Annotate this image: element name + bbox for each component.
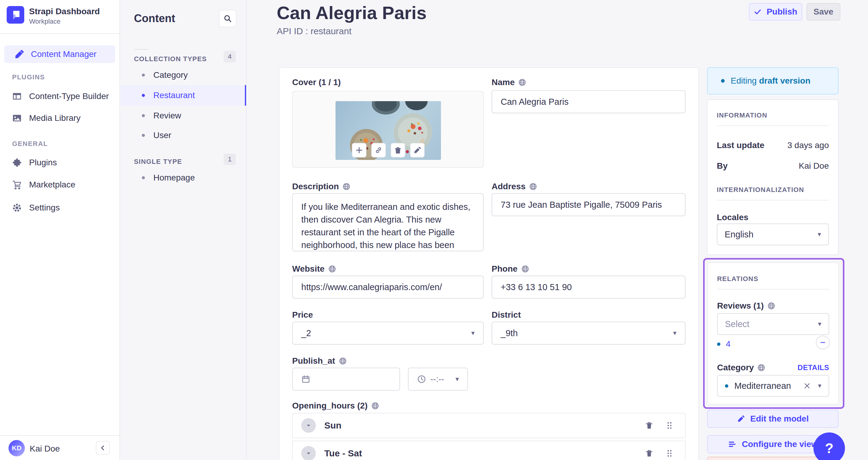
content-type-builder-icon xyxy=(12,92,22,101)
subnav-item-review[interactable]: Review xyxy=(121,106,246,125)
category-select[interactable]: Mediterranean ▾ xyxy=(717,375,829,397)
by-label: By xyxy=(717,161,728,171)
edit-asset-button[interactable] xyxy=(410,143,425,158)
bullet-icon xyxy=(142,134,145,137)
subnav-item-label: User xyxy=(153,131,171,140)
sidebar-item-marketplace[interactable]: Marketplace xyxy=(0,176,119,194)
bullet-icon xyxy=(142,74,145,77)
collection-types-count: 4 xyxy=(224,51,236,62)
pencil-icon xyxy=(413,146,421,154)
globe-icon xyxy=(521,265,529,273)
calendar-icon xyxy=(301,374,310,384)
trash-icon[interactable] xyxy=(645,421,653,430)
subnav-item-label: Homepage xyxy=(153,173,195,183)
sidebar-item-label: Plugins xyxy=(29,158,57,167)
publish-at-time-picker[interactable]: --:-- ▾ xyxy=(408,368,468,391)
workspace-label: Workplace xyxy=(29,18,61,26)
district-label: District xyxy=(492,310,521,320)
puzzle-icon xyxy=(12,158,22,167)
price-select[interactable]: _2▾ xyxy=(292,322,484,344)
opening-hours-label: Opening_hours (2) xyxy=(292,401,379,410)
content-manager-icon xyxy=(14,50,24,59)
collapse-sidebar-button[interactable] xyxy=(96,441,110,455)
user-name: Kai Doe xyxy=(30,444,60,454)
link-icon xyxy=(375,146,382,154)
publish-button[interactable]: Publish xyxy=(749,3,802,21)
reviews-select[interactable]: Select ▾ xyxy=(717,313,829,335)
accordion-title: Tue - Sat xyxy=(324,448,362,459)
name-field[interactable] xyxy=(492,90,686,113)
divider xyxy=(717,289,829,290)
relations-heading: RELATIONS xyxy=(717,275,758,283)
locales-label: Locales xyxy=(717,212,748,222)
bullet-icon xyxy=(142,114,145,117)
add-asset-button[interactable] xyxy=(352,143,366,158)
collection-types-heading: COLLECTION TYPES xyxy=(134,55,207,63)
page-title: Can Alegria Paris xyxy=(277,2,427,23)
drag-handle-icon[interactable] xyxy=(665,421,674,430)
sidebar-item-content-type-builder[interactable]: Content-Type Builder xyxy=(0,88,119,105)
globe-icon xyxy=(767,302,775,310)
media-library-icon xyxy=(12,113,22,123)
relations-highlight-outline: RELATIONS Reviews (1) Select ▾ 4 Categor… xyxy=(703,258,844,409)
subnav-item-label: Review xyxy=(153,111,181,121)
help-button[interactable]: ? xyxy=(813,432,845,460)
subnav-item-homepage[interactable]: Homepage xyxy=(121,168,246,188)
locale-select[interactable]: English ▾ xyxy=(717,224,829,245)
category-label: Category xyxy=(717,363,765,372)
drag-handle-icon[interactable] xyxy=(665,449,674,458)
publish-at-date-picker[interactable] xyxy=(292,368,400,391)
status-dot-icon xyxy=(717,342,720,346)
district-select[interactable]: _9th▾ xyxy=(492,322,686,344)
clear-icon[interactable] xyxy=(803,382,811,389)
delete-asset-button[interactable] xyxy=(391,143,405,158)
website-field[interactable] xyxy=(292,275,484,299)
search-button[interactable] xyxy=(219,10,237,27)
opening-hours-item-sun[interactable]: Sun xyxy=(292,413,686,438)
check-icon xyxy=(754,8,762,16)
publish-at-label: Publish_at xyxy=(292,356,347,366)
address-field[interactable] xyxy=(492,193,686,216)
strapi-dashboard: Strapi Dashboard Workplace Content Manag… xyxy=(0,0,868,460)
sidebar-item-content-manager[interactable]: Content Manager xyxy=(4,45,115,63)
phone-label: Phone xyxy=(492,264,529,274)
accordion-toggle-button[interactable] xyxy=(301,418,316,433)
edit-model-button[interactable]: Edit the model xyxy=(707,410,839,428)
subnav-item-user[interactable]: User xyxy=(121,126,246,145)
globe-icon xyxy=(342,183,350,191)
details-link[interactable]: DETAILS xyxy=(798,363,829,372)
single-type-heading: SINGLE TYPE xyxy=(134,158,182,166)
cover-dropzone[interactable] xyxy=(292,91,484,168)
save-button[interactable]: Save xyxy=(806,3,840,21)
by-value: Kai Doe xyxy=(799,161,829,171)
opening-hours-item-tue-sat[interactable]: Tue - Sat xyxy=(292,440,686,460)
sidebar-item-label: Content-Type Builder xyxy=(29,92,109,101)
draft-status-banner: Editing draft version xyxy=(707,67,839,95)
trash-icon[interactable] xyxy=(645,449,653,458)
edit-form-card: Cover (1 / 1) xyxy=(279,67,699,460)
relation-link[interactable]: 4 xyxy=(726,339,731,349)
copy-link-button[interactable] xyxy=(371,143,386,158)
subnav-item-category[interactable]: Category xyxy=(121,65,246,85)
description-field[interactable]: If you like Mediterranean and exotic dis… xyxy=(292,193,484,251)
remove-relation-button[interactable] xyxy=(816,335,830,350)
subnav-title: Content xyxy=(134,12,175,25)
sidebar-item-settings[interactable]: Settings xyxy=(0,199,119,217)
bullet-icon xyxy=(142,94,145,97)
clock-icon xyxy=(417,374,426,384)
app-title: Strapi Dashboard xyxy=(29,7,100,17)
divider xyxy=(134,49,148,50)
chevron-down-icon: ▾ xyxy=(818,382,821,390)
sidebar-item-media-library[interactable]: Media Library xyxy=(0,109,119,127)
sidebar-item-label: Content Manager xyxy=(31,50,96,59)
strapi-logo-icon xyxy=(7,6,24,24)
review-relation-item[interactable]: 4 xyxy=(717,339,731,349)
sidebar-item-plugins[interactable]: Plugins xyxy=(0,154,119,171)
globe-icon xyxy=(529,183,537,191)
phone-field[interactable] xyxy=(492,275,686,299)
subnav-item-restaurant[interactable]: Restaurant xyxy=(121,85,246,106)
plus-icon xyxy=(355,146,363,154)
accordion-toggle-button[interactable] xyxy=(301,446,316,460)
sidebar-item-label: Media Library xyxy=(29,113,81,123)
avatar[interactable]: KD xyxy=(8,440,25,456)
